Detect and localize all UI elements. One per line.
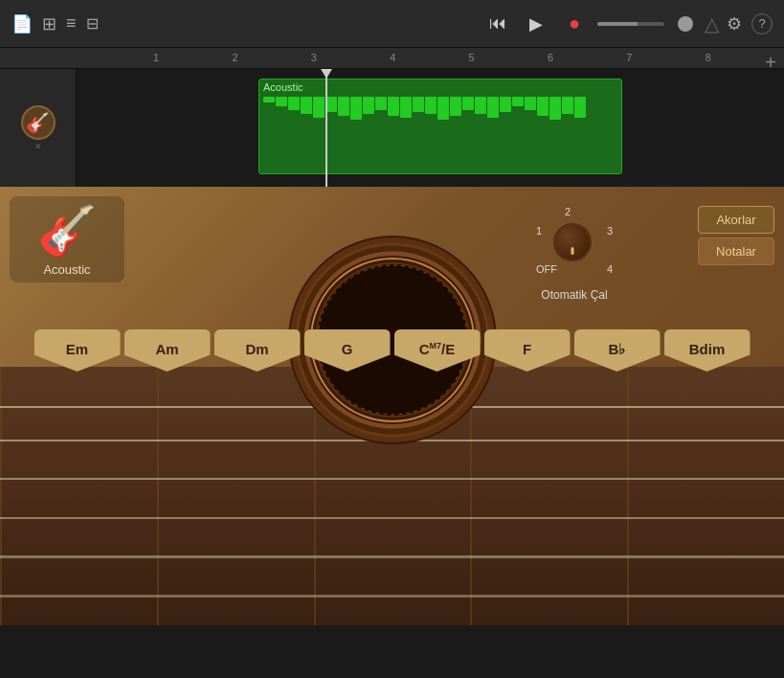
transport-controls: ⏮ ▶ ● △ xyxy=(482,9,719,39)
chord-btn-g[interactable]: G xyxy=(304,329,391,372)
chord-btn-am[interactable]: Am xyxy=(124,329,211,372)
play-button[interactable]: ▶ xyxy=(521,9,551,39)
tracks-container: 🎸 ✕ Acoustic xyxy=(0,69,784,187)
new-document-icon[interactable]: 📄 xyxy=(11,13,33,34)
instrument-header: 🎸 Acoustic xyxy=(10,196,124,282)
playhead-track xyxy=(325,69,327,187)
settings-icon[interactable]: ⚙ xyxy=(727,13,742,34)
knob-container: OFF 1 2 3 4 Otomatik Çal xyxy=(536,206,613,302)
track-instrument-icon: 🎸 xyxy=(21,105,56,140)
instrument-name: Acoustic xyxy=(43,262,90,277)
chords-row: Em Am Dm G CM7/E F B♭ Bdim xyxy=(0,329,784,372)
instrument-icon-box: 🎸 Acoustic xyxy=(10,196,124,282)
audio-region[interactable]: Acoustic xyxy=(258,79,622,174)
ruler-mark-1: 1 xyxy=(153,52,159,63)
autoplay-label: Otomatik Çal xyxy=(541,288,607,302)
ruler-mark-2: 2 xyxy=(232,52,237,63)
help-icon[interactable]: ? xyxy=(751,13,773,34)
track-header: 🎸 ✕ xyxy=(0,69,77,187)
knob-label-3: 3 xyxy=(607,225,613,237)
guitar-string-6 xyxy=(0,595,784,598)
ruler-mark-8: 8 xyxy=(706,52,711,63)
rewind-button[interactable]: ⏮ xyxy=(482,9,513,39)
ruler-mark-7: 7 xyxy=(626,52,632,63)
region-waveform xyxy=(259,95,621,171)
list-icon[interactable]: ≡ xyxy=(66,13,77,34)
mixer-icon[interactable]: ⊟ xyxy=(86,14,99,33)
ruler-mark-4: 4 xyxy=(390,52,395,63)
playhead-triangle xyxy=(321,69,332,79)
toolbar-left: 📄 ⊞ ≡ ⊟ xyxy=(11,13,475,34)
ruler: 1 2 3 4 5 6 7 8 + xyxy=(0,48,784,69)
knob-label-4: 4 xyxy=(607,263,613,275)
instrument-panel: 🎸 Acoustic OFF 1 2 3 4 xyxy=(0,187,784,625)
chord-btn-cm7e[interactable]: CM7/E xyxy=(394,329,481,372)
chord-btn-f[interactable]: F xyxy=(484,329,571,372)
chord-btn-dm[interactable]: Dm xyxy=(214,329,301,372)
knob-labels: OFF 1 2 3 4 xyxy=(536,206,613,282)
chord-btn-bdim[interactable]: Bdim xyxy=(664,329,750,372)
autoplay-knob[interactable] xyxy=(553,223,592,261)
window-icon[interactable]: ⊞ xyxy=(42,13,56,34)
knob-label-off: OFF xyxy=(536,263,557,275)
instrument-icon: 🎸 xyxy=(37,203,97,259)
guitar-string-3 xyxy=(0,478,784,480)
record-button[interactable]: ● xyxy=(559,9,590,39)
timeline-area: 1 2 3 4 5 6 7 8 + 🎸 ✕ Acoustic xyxy=(0,48,784,187)
toolbar: 📄 ⊞ ≡ ⊟ ⏮ ▶ ● △ ⚙ ? xyxy=(0,0,784,48)
chord-note-buttons: Akorlar Notalar xyxy=(698,206,774,265)
ruler-mark-5: 5 xyxy=(469,52,475,63)
ruler-marks: 1 2 3 4 5 6 7 8 xyxy=(153,48,784,69)
guitar-string-4 xyxy=(0,517,784,519)
ruler-mark-6: 6 xyxy=(548,52,553,63)
notalar-button[interactable]: Notalar xyxy=(698,237,774,265)
volume-knob[interactable] xyxy=(678,16,693,32)
toolbar-right: ⚙ ? xyxy=(727,13,773,34)
chord-btn-em[interactable]: Em xyxy=(34,329,121,372)
knob-label-2: 2 xyxy=(565,206,571,217)
ruler-mark-3: 3 xyxy=(311,52,317,63)
knob-label-1: 1 xyxy=(536,225,542,237)
volume-slider[interactable] xyxy=(597,22,664,26)
region-label: Acoustic xyxy=(259,79,621,95)
guitar-string-5 xyxy=(0,555,784,558)
akorlar-button[interactable]: Akorlar xyxy=(698,206,774,234)
chord-btn-bb[interactable]: B♭ xyxy=(574,329,661,372)
autoplay-area: OFF 1 2 3 4 Otomatik Çal xyxy=(536,206,613,302)
track-content[interactable]: Acoustic xyxy=(77,69,784,187)
